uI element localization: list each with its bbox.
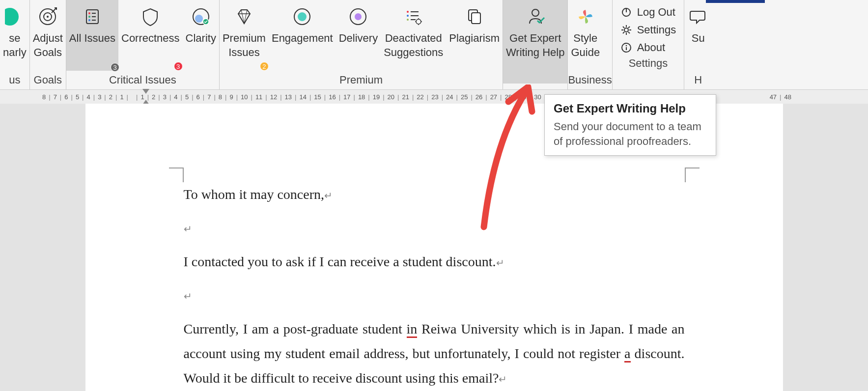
svg-point-24: [407, 15, 409, 17]
svg-point-3: [47, 16, 49, 18]
ribbon-toolbar: se narly us Adjust Goals Goals 3 All Iss…: [0, 0, 868, 90]
para-greeting: To whom it may concern,: [184, 187, 325, 202]
svg-point-0: [5, 8, 19, 26]
delivery-button[interactable]: Delivery: [336, 0, 381, 71]
circle-icon: [4, 6, 26, 28]
svg-point-10: [88, 19, 90, 21]
svg-point-6: [88, 12, 90, 14]
adjust-goals-button[interactable]: Adjust Goals: [30, 0, 66, 71]
ribbon-group-expert: Get Expert Writing Help: [503, 0, 568, 89]
svg-point-22: [407, 11, 409, 13]
return-mark: ↵: [499, 374, 507, 385]
info-icon: [620, 42, 632, 54]
svg-point-28: [416, 19, 421, 24]
list-icon: 3: [82, 6, 103, 28]
all-issues-button[interactable]: 3 All Issues: [66, 0, 118, 71]
svg-point-35: [532, 9, 539, 16]
power-icon: [620, 6, 632, 18]
engagement-button[interactable]: Engagement: [269, 0, 336, 71]
clarity-button[interactable]: Clarity: [183, 0, 219, 71]
indent-marker-top[interactable]: [142, 89, 149, 94]
person-check-icon: [525, 6, 546, 28]
ribbon-group-premium: 2 Premium Issues Engagement Delivery: [220, 0, 503, 89]
about-button[interactable]: About: [620, 41, 676, 54]
svg-point-19: [298, 12, 307, 21]
svg-line-44: [628, 32, 630, 33]
plagiarism-button[interactable]: Plagiarism: [446, 0, 503, 71]
tooltip-title: Get Expert Writing Help: [554, 102, 707, 115]
deactivated-button[interactable]: Deactivated Suggestions: [381, 0, 446, 71]
settings-button[interactable]: Settings: [620, 24, 676, 36]
close-grammarly-button[interactable]: se narly: [0, 0, 29, 71]
return-mark: ↵: [184, 291, 192, 302]
para-intro: I contacted you to ask if I can receive …: [184, 254, 496, 269]
speech-icon: [687, 6, 709, 28]
document-area: To whom it may concern,↵ ↵ I contacted y…: [0, 104, 868, 391]
svg-line-46: [628, 27, 630, 28]
tooltip-body: Send your document to a team of professi…: [554, 119, 707, 148]
diamond-icon: 2: [233, 6, 255, 28]
clarity-icon: [190, 6, 212, 28]
group-label: Premium: [220, 71, 503, 89]
return-mark: ↵: [496, 257, 504, 268]
expert-help-tooltip: Get Expert Writing Help Send your docume…: [544, 94, 716, 156]
pinwheel-icon: [575, 6, 596, 28]
list-gear-icon: [403, 6, 424, 28]
svg-point-21: [355, 13, 362, 20]
grammar-error[interactable]: a: [624, 346, 630, 363]
gear-icon: [620, 24, 632, 36]
return-mark: ↵: [184, 223, 192, 234]
premium-issues-button[interactable]: 2 Premium Issues: [220, 0, 269, 71]
expert-writing-help-button[interactable]: Get Expert Writing Help: [503, 0, 567, 84]
copy-icon: [464, 6, 485, 28]
premium-badge: 2: [260, 62, 269, 71]
ribbon-group-close: se narly us: [0, 0, 30, 89]
group-label: Critical Issues: [66, 71, 219, 89]
group-label: Settings: [613, 54, 684, 73]
group-label: H: [684, 71, 712, 89]
group-label: Goals: [30, 71, 66, 89]
grammar-error[interactable]: in: [407, 321, 418, 338]
ribbon-group-right-cut: Su H: [684, 0, 712, 89]
group-label: us: [0, 71, 29, 89]
svg-point-48: [625, 45, 627, 47]
ribbon-group-goals: Adjust Goals Goals: [30, 0, 66, 89]
group-label: [503, 84, 567, 89]
svg-point-26: [407, 19, 409, 21]
horizontal-ruler[interactable]: 8|7|6|5|4|3|2|1||1|2|3|4|5|6|7|8|9|10|11…: [0, 90, 868, 104]
svg-point-38: [624, 28, 628, 32]
style-guide-button[interactable]: Style Guide: [568, 0, 603, 71]
svg-rect-34: [472, 13, 480, 24]
title-bar-accent: [706, 0, 765, 3]
return-mark: ↵: [324, 190, 333, 201]
support-button[interactable]: Su: [684, 0, 712, 71]
engagement-icon: [291, 6, 313, 28]
svg-line-45: [623, 32, 624, 33]
svg-line-43: [623, 27, 624, 28]
ribbon-group-settings: Log Out Settings About Settings: [613, 0, 685, 89]
ribbon-group-critical: 3 All Issues 3 Correctness Clarity Criti…: [66, 0, 220, 89]
shield-icon: 3: [140, 6, 161, 28]
logout-button[interactable]: Log Out: [620, 6, 676, 19]
document-body[interactable]: To whom it may concern,↵ ↵ I contacted y…: [184, 182, 685, 391]
margin-corner-tr: [685, 168, 700, 182]
svg-point-13: [195, 15, 203, 23]
correctness-badge: 3: [174, 62, 183, 71]
ribbon-group-business: Style Guide Business: [568, 0, 612, 89]
svg-point-8: [88, 16, 90, 18]
delivery-icon: [347, 6, 369, 28]
target-icon: [37, 6, 58, 28]
group-label: Business: [568, 71, 612, 89]
correctness-button[interactable]: 3 Correctness: [118, 0, 183, 71]
margin-corner-tl: [169, 168, 184, 182]
